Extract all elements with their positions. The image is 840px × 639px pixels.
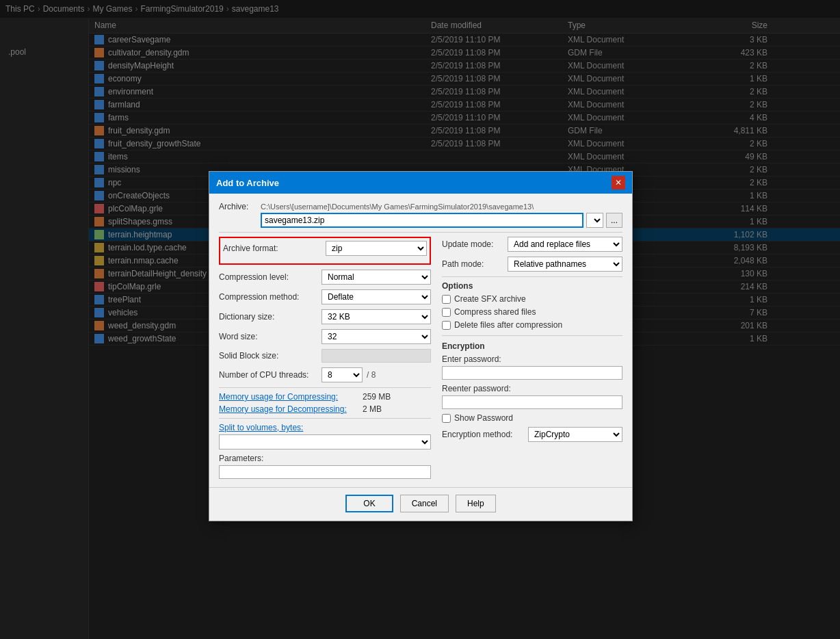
dictionary-size-row: Dictionary size: 32 KB (219, 309, 431, 324)
compression-method-select[interactable]: Deflate Deflate64 BZip2 LZMA (321, 289, 431, 304)
compression-method-label: Compression method: (219, 292, 321, 302)
create-sfx-row: Create SFX archive (442, 294, 622, 304)
reenter-password-label: Reenter password: (442, 384, 622, 393)
encryption-section: Encryption Enter password: Reenter passw… (442, 341, 622, 442)
archive-format-box: Archive format: zip 7z tar wim (219, 237, 431, 265)
path-mode-row: Path mode: Relative pathnames Full pathn… (442, 257, 622, 272)
enter-password-input[interactable] (442, 366, 622, 380)
options-section: Options Create SFX archive Compress shar… (442, 281, 622, 330)
memory-compress-label[interactable]: Memory usage for Compressing: (219, 392, 363, 402)
solid-block-input (321, 349, 431, 363)
compress-shared-label[interactable]: Compress shared files (454, 307, 536, 317)
show-password-label[interactable]: Show Password (454, 413, 513, 423)
archive-format-select[interactable]: zip 7z tar wim (326, 241, 427, 256)
split-section: Split to volumes, bytes: (219, 423, 431, 449)
dialog-close-button[interactable]: ✕ (612, 176, 625, 190)
delete-after-row: Delete files after compression (442, 320, 622, 330)
archive-input-row: ... (261, 213, 622, 228)
add-to-archive-dialog: Add to Archive ✕ Archive: C:\Users\[user… (209, 171, 633, 521)
compress-shared-row: Compress shared files (442, 307, 622, 317)
reenter-password-input[interactable] (442, 395, 622, 409)
compression-level-select[interactable]: Normal Store Fastest Fast Maximum Ultra (321, 270, 431, 285)
create-sfx-label[interactable]: Create SFX archive (454, 294, 526, 304)
archive-format-label: Archive format: (223, 244, 326, 253)
split-select[interactable] (219, 434, 431, 449)
ok-button[interactable]: OK (345, 495, 393, 512)
path-mode-label: Path mode: (442, 259, 503, 269)
delete-after-label[interactable]: Delete files after compression (454, 320, 562, 330)
dictionary-size-select[interactable]: 32 KB (321, 309, 431, 324)
cpu-threads-max: / 8 (367, 370, 376, 380)
cpu-threads-row: Number of CPU threads: 8 1 2 4 / 8 (219, 367, 431, 382)
split-label[interactable]: Split to volumes, bytes: (219, 423, 431, 432)
update-mode-row: Update mode: Add and replace files Updat… (442, 237, 622, 252)
archive-filename-input[interactable] (261, 213, 583, 228)
dialog-titlebar: Add to Archive ✕ (209, 172, 632, 194)
dialog-left-column: Archive format: zip 7z tar wim Compressi… (219, 237, 431, 479)
browse-button[interactable]: ... (606, 213, 622, 228)
solid-block-row: Solid Block size: (219, 349, 431, 363)
word-size-select[interactable]: 32 64 128 (321, 329, 431, 344)
dialog-title: Add to Archive (216, 178, 279, 188)
memory-compress-value: 259 MB (363, 392, 391, 402)
word-size-row: Word size: 32 64 128 (219, 329, 431, 344)
archive-format-row: Archive format: zip 7z tar wim (223, 241, 427, 256)
create-sfx-checkbox[interactable] (442, 295, 451, 304)
options-title: Options (442, 281, 622, 291)
memory-decompress-row: Memory usage for Decompressing: 2 MB (219, 404, 431, 414)
show-password-row: Show Password (442, 413, 622, 423)
delete-after-checkbox[interactable] (442, 321, 451, 330)
dictionary-size-label: Dictionary size: (219, 312, 321, 322)
params-input[interactable] (219, 465, 431, 479)
archive-label: Archive: (219, 202, 257, 211)
update-mode-select[interactable]: Add and replace files Update and add fil… (508, 237, 622, 252)
word-size-label: Word size: (219, 332, 321, 341)
solid-block-label: Solid Block size: (219, 351, 321, 361)
encryption-method-label: Encryption method: (442, 430, 524, 439)
cpu-threads-label: Number of CPU threads: (219, 370, 321, 380)
update-mode-label: Update mode: (442, 239, 503, 249)
enter-password-label: Enter password: (442, 354, 622, 364)
memory-compress-row: Memory usage for Compressing: 259 MB (219, 392, 431, 402)
dialog-right-column: Update mode: Add and replace files Updat… (442, 237, 622, 479)
cpu-threads-select[interactable]: 8 1 2 4 (321, 367, 363, 382)
archive-path: C:\Users\[username]\Documents\My Games\F… (261, 203, 534, 211)
show-password-checkbox[interactable] (442, 414, 451, 423)
dialog-footer: OK Cancel Help (209, 487, 632, 521)
encryption-title: Encryption (442, 341, 622, 351)
dialog-body: Archive: C:\Users\[username]\Documents\M… (209, 194, 632, 487)
compression-level-label: Compression level: (219, 272, 321, 282)
memory-decompress-value: 2 MB (363, 404, 382, 414)
compression-level-row: Compression level: Normal Store Fastest … (219, 270, 431, 285)
path-mode-select[interactable]: Relative pathnames Full pathnames No pat… (508, 257, 622, 272)
compression-method-row: Compression method: Deflate Deflate64 BZ… (219, 289, 431, 304)
archive-section: Archive: C:\Users\[username]\Documents\M… (219, 202, 622, 228)
encryption-method-select[interactable]: ZipCrypto AES-128 AES-192 AES-256 (528, 427, 622, 442)
cancel-button[interactable]: Cancel (400, 495, 449, 512)
compress-shared-checkbox[interactable] (442, 308, 451, 317)
encryption-method-row: Encryption method: ZipCrypto AES-128 AES… (442, 427, 622, 442)
archive-dropdown[interactable] (586, 213, 603, 228)
memory-decompress-label[interactable]: Memory usage for Decompressing: (219, 404, 363, 414)
params-label: Parameters: (219, 454, 431, 463)
help-button[interactable]: Help (456, 495, 496, 512)
dialog-two-columns: Archive format: zip 7z tar wim Compressi… (219, 237, 622, 479)
params-section: Parameters: (219, 454, 431, 479)
